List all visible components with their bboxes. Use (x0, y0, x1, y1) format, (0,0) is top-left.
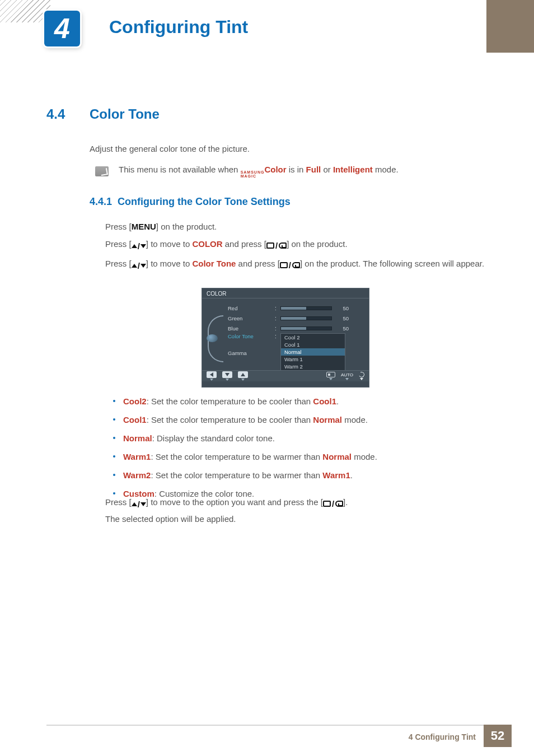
note-prefix: This menu is not available when (119, 165, 241, 174)
header-accent-bar (486, 0, 534, 53)
osd-label-red: Red (228, 305, 271, 311)
subsection-heading: 4.4.1 Configuring the Color Tone Setting… (90, 196, 291, 208)
samsung-magic-logo: SAMSUNGMAGIC (241, 170, 265, 178)
option-item-normal: Normal: Display the standard color tone. (113, 432, 488, 444)
osd-slider-green[interactable] (280, 316, 332, 320)
option-item-cool1: Cool1: Set the color temperature to be c… (113, 414, 488, 426)
subsection-number: 4.4.1 (90, 196, 112, 207)
osd-label-gamma: Gamma (228, 350, 271, 356)
osd-option-selected[interactable]: Normal (281, 348, 345, 356)
osd-value-blue: 50 (335, 325, 349, 332)
section-number: 4.4 (46, 106, 65, 122)
osd-row-red: Red: 50 (228, 303, 363, 313)
osd-label-green: Green (228, 315, 271, 321)
osd-title: COLOR (202, 288, 369, 298)
option-item-cool2: Cool2: Set the color temperature to be c… (113, 395, 488, 407)
note-row: This menu is not available when SAMSUNGM… (95, 165, 399, 178)
osd-slider-blue[interactable] (280, 326, 332, 330)
menu-button-label: MENU (132, 222, 156, 231)
header-hatch-decor (0, 0, 50, 22)
select-enter-icon: / (280, 257, 300, 273)
osd-slider-red[interactable] (280, 306, 332, 310)
note-brand-suffix: Color (264, 165, 286, 174)
osd-option[interactable]: Cool 1 (281, 341, 345, 348)
after-step-applied: The selected option will be applied. (105, 511, 489, 527)
chapter-badge: 4 (44, 11, 80, 46)
up-down-arrows-icon: / (132, 258, 146, 274)
section-title: Color Tone (90, 106, 160, 122)
footer-chapter-label: 4 Configuring Tint (409, 732, 476, 741)
osd-value-green: 50 (335, 315, 349, 321)
up-down-arrows-icon: / (132, 496, 146, 512)
body-steps: Press [MENU] on the product. Press [/] t… (105, 218, 489, 276)
note-mid: is in (287, 165, 306, 174)
step3-target: Color Tone (192, 259, 236, 268)
chapter-title: Configuring Tint (109, 17, 248, 38)
note-suffix: mode. (373, 165, 399, 174)
footer-divider (46, 725, 512, 726)
step-1: Press [MENU] on the product. (105, 218, 489, 235)
select-enter-icon: / (323, 496, 343, 512)
osd-row-blue: Blue: 50 (228, 323, 363, 333)
osd-option[interactable]: Cool 2 (281, 334, 345, 341)
note-text: This menu is not available when SAMSUNGM… (119, 165, 399, 178)
osd-footer-up-button[interactable] (238, 371, 248, 381)
chapter-number: 4 (54, 12, 70, 45)
footer-page-number: 52 (484, 725, 512, 747)
subsection-title: Configuring the Color Tone Settings (118, 196, 291, 207)
osd-label-blue: Blue (228, 325, 271, 332)
osd-footer-back-button[interactable] (207, 371, 217, 381)
osd-row-green: Green: 50 (228, 313, 363, 323)
osd-option[interactable]: Warm 1 (281, 356, 345, 363)
osd-row-gamma: Gamma (228, 348, 271, 358)
step-3: Press [/] to move to Color Tone and pres… (105, 255, 489, 274)
after-step-press: Press [/] to move to the option you want… (105, 494, 489, 512)
note-icon (95, 166, 109, 176)
note-mode1: Full (306, 165, 321, 174)
osd-option[interactable]: Warm 2 (281, 363, 345, 370)
option-item-warm2: Warm2: Set the color temperature to be w… (113, 469, 488, 481)
step-2: Press [/] to move to COLOR and press [/]… (105, 236, 489, 254)
section-lead: Adjust the general color tone of the pic… (90, 144, 250, 153)
osd-footer-down-button[interactable] (222, 371, 232, 381)
osd-panel: COLOR Red: 50 Green: 50 Blue: 50 (202, 288, 369, 388)
step2-target: COLOR (192, 239, 222, 249)
osd-body: Red: 50 Green: 50 Blue: 50 Color Tone: (202, 298, 369, 381)
osd-footer: AUTO (202, 370, 369, 381)
osd-footer-source-button[interactable] (326, 372, 335, 380)
osd-category-icon (207, 334, 218, 342)
note-or: or (321, 165, 333, 174)
osd-footer-auto-button[interactable]: AUTO (341, 372, 353, 380)
page-root: 4 Configuring Tint 4.4 Color Tone Adjust… (0, 0, 534, 756)
select-enter-icon: / (266, 237, 287, 254)
up-down-arrows-icon: / (132, 238, 146, 254)
osd-value-red: 50 (335, 305, 349, 311)
note-mode2: Intelligent (333, 165, 373, 174)
osd-label-color-tone: Color Tone (228, 333, 271, 339)
osd-rows: Red: 50 Green: 50 Blue: 50 Color Tone: (228, 303, 363, 378)
options-list: Cool2: Set the color temperature to be c… (113, 395, 488, 506)
option-item-warm1: Warm1: Set the color temperature to be w… (113, 451, 488, 463)
osd-footer-power-button[interactable] (359, 372, 364, 380)
